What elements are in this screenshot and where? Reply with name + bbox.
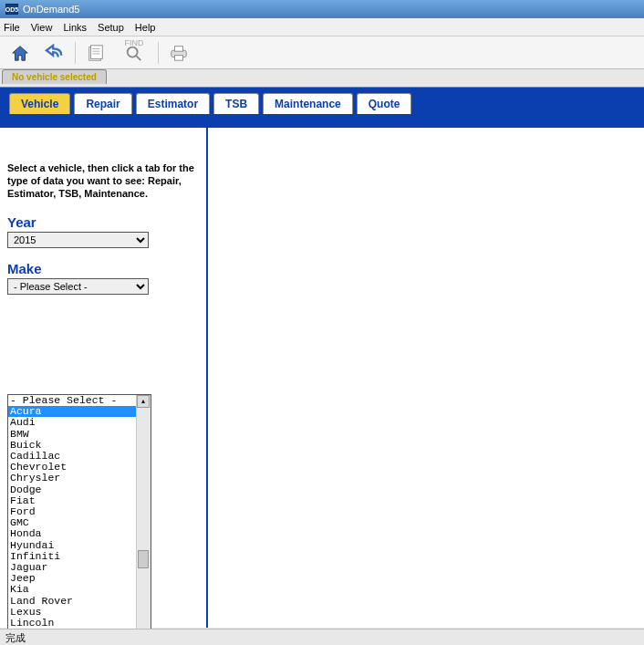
menu-links[interactable]: Links xyxy=(63,22,87,33)
make-listbox[interactable]: - Please Select -AcuraAudiBMWBuickCadill… xyxy=(7,394,151,645)
intro-text: Select a vehicle, then click a tab for t… xyxy=(7,162,199,200)
svg-line-6 xyxy=(136,55,140,59)
tab-estimator[interactable]: Estimator xyxy=(136,93,210,114)
toolbar-divider xyxy=(75,42,76,64)
menu-setup[interactable]: Setup xyxy=(98,22,124,33)
svg-rect-8 xyxy=(174,46,182,50)
svg-rect-1 xyxy=(91,45,103,58)
menu-bar: File View Links Setup Help xyxy=(0,18,644,36)
tab-bar: Vehicle Repair Estimator TSB Maintenance… xyxy=(0,88,644,119)
list-item[interactable]: Honda xyxy=(8,528,136,539)
home-icon xyxy=(10,44,30,62)
menu-view[interactable]: View xyxy=(31,22,53,33)
make-label: Make xyxy=(7,261,199,276)
home-button[interactable] xyxy=(5,40,35,66)
tab-quote[interactable]: Quote xyxy=(357,93,412,114)
back-button[interactable] xyxy=(40,40,69,66)
notes-icon xyxy=(86,44,106,62)
scroll-thumb[interactable] xyxy=(138,550,149,568)
year-select[interactable]: 2015 xyxy=(7,232,149,248)
status-text: 完成 xyxy=(5,632,26,643)
app-icon: OD5 xyxy=(5,4,18,15)
window-title: OnDemand5 xyxy=(23,4,79,15)
main-content: Select a vehicle, then click a tab for t… xyxy=(0,128,644,628)
notes-button[interactable] xyxy=(81,40,110,66)
scroll-up-button[interactable]: ▴ xyxy=(137,395,150,408)
list-item[interactable]: Audi xyxy=(8,417,136,428)
tab-repair[interactable]: Repair xyxy=(74,93,131,114)
print-button[interactable] xyxy=(164,40,193,66)
find-button[interactable]: FIND xyxy=(116,40,152,66)
scrollbar[interactable]: ▴ ▾ xyxy=(136,395,151,645)
content-pane xyxy=(208,128,644,628)
list-item[interactable]: Hyundai xyxy=(8,540,136,551)
list-item[interactable]: BMW xyxy=(8,429,136,440)
make-select[interactable]: - Please Select - xyxy=(7,278,149,295)
printer-icon xyxy=(168,44,190,62)
list-item[interactable]: Kia xyxy=(8,584,136,595)
menu-file[interactable]: File xyxy=(4,22,20,33)
list-item[interactable]: Chrysler xyxy=(8,473,136,484)
title-bar: OD5 OnDemand5 xyxy=(0,0,644,18)
vehicle-status-tab: No vehicle selected xyxy=(2,69,107,84)
tab-maintenance[interactable]: Maintenance xyxy=(263,93,353,114)
svg-rect-9 xyxy=(174,55,182,59)
toolbar: FIND xyxy=(0,36,644,69)
vehicle-selector-pane: Select a vehicle, then click a tab for t… xyxy=(0,128,208,628)
tab-tsb[interactable]: TSB xyxy=(213,93,259,114)
tab-vehicle[interactable]: Vehicle xyxy=(9,93,70,114)
vehicle-status-bar: No vehicle selected xyxy=(0,69,644,88)
tab-strip xyxy=(0,119,644,128)
list-item[interactable]: Dodge xyxy=(8,484,136,495)
find-label: FIND xyxy=(125,38,144,47)
toolbar-divider xyxy=(158,42,159,64)
year-label: Year xyxy=(7,214,199,230)
menu-help[interactable]: Help xyxy=(135,22,156,33)
back-arrow-icon xyxy=(45,44,65,62)
status-bar: 完成 xyxy=(0,629,644,645)
